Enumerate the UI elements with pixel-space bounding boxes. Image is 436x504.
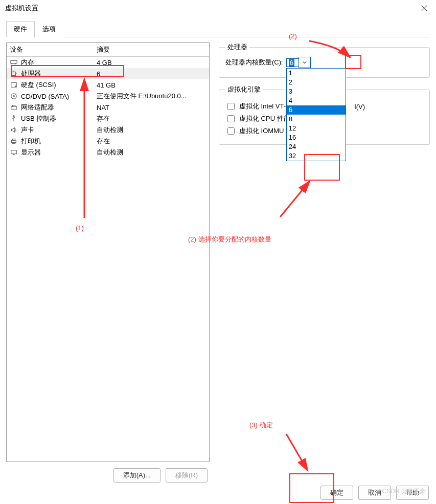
svg-rect-9 (12, 139, 15, 141)
add-button[interactable]: 添加(A)... (113, 468, 160, 483)
device-summary: 存在 (94, 114, 209, 123)
remove-button[interactable]: 移除(R) (166, 468, 208, 483)
cores-dropdown[interactable]: 12346812162432 (286, 68, 346, 161)
cores-label: 处理器内核数量(C): (225, 58, 283, 67)
virtualization-legend: 虚拟化引擎 (225, 85, 263, 94)
processor-legend: 处理器 (225, 42, 249, 52)
svg-rect-11 (11, 150, 17, 154)
tab-hardware[interactable]: 硬件 (6, 21, 35, 37)
cpu-perf-checkbox[interactable] (227, 115, 235, 122)
cores-value: 6 (289, 59, 294, 67)
cores-option-12[interactable]: 12 (287, 124, 346, 133)
device-name: 内存 (21, 58, 34, 67)
col-summary-header: 摘要 (94, 43, 209, 56)
device-name: 硬盘 (SCSI) (21, 80, 56, 90)
vtx-label-tail: I(V) (354, 103, 365, 111)
cores-option-4[interactable]: 4 (287, 96, 346, 105)
vtx-label: 虚拟化 Intel VT-x/ (239, 102, 291, 111)
device-row-7[interactable]: 打印机存在 (7, 136, 209, 147)
titlebar: 虚拟机设置 (0, 0, 436, 16)
device-row-1[interactable]: 处理器6 (7, 68, 209, 79)
svg-point-5 (13, 96, 15, 97)
device-list-header: 设备 摘要 (7, 43, 209, 57)
cores-option-3[interactable]: 3 (287, 87, 346, 96)
device-summary: 自动检测 (94, 148, 209, 157)
device-row-4[interactable]: 网络适配器NAT (7, 102, 209, 113)
cores-select[interactable]: 6 (286, 58, 299, 67)
cores-option-16[interactable]: 16 (287, 133, 346, 142)
device-summary: NAT (94, 104, 209, 112)
memory-icon (10, 58, 18, 67)
device-summary: 存在 (94, 137, 209, 146)
tab-options[interactable]: 选项 (35, 21, 63, 37)
vtx-checkbox[interactable] (227, 103, 235, 110)
close-button[interactable] (412, 0, 436, 16)
svg-point-3 (15, 86, 16, 86)
svg-rect-6 (11, 106, 17, 109)
network-icon (10, 103, 18, 112)
device-name: 处理器 (21, 69, 41, 78)
iommu-label: 虚拟化 IOMMU (I (239, 126, 290, 136)
device-summary: 自动检测 (94, 125, 209, 135)
svg-rect-1 (12, 72, 16, 76)
device-row-8[interactable]: 显示器自动检测 (7, 147, 209, 158)
cd-icon (10, 92, 18, 100)
sound-icon (10, 126, 18, 134)
device-name: 网络适配器 (21, 103, 54, 112)
cores-option-32[interactable]: 32 (287, 151, 346, 161)
display-icon (10, 148, 18, 157)
iommu-checkbox[interactable] (227, 127, 235, 135)
cores-option-1[interactable]: 1 (287, 69, 346, 78)
device-row-0[interactable]: 内存4 GB (7, 57, 209, 68)
device-summary: 41 GB (94, 81, 209, 89)
window-title: 虚拟机设置 (5, 4, 38, 13)
printer-icon (10, 137, 18, 145)
cores-dropdown-button[interactable] (299, 57, 311, 68)
processor-group: 处理器 处理器内核数量(C): 6 12346812162432 (219, 42, 430, 78)
device-list: 设备 摘要 内存4 GB处理器6硬盘 (SCSI)41 GBCD/DVD (SA… (6, 42, 210, 462)
device-row-2[interactable]: 硬盘 (SCSI)41 GB (7, 79, 209, 91)
col-device-header: 设备 (7, 43, 94, 56)
usb-icon (10, 115, 18, 123)
cores-option-2[interactable]: 2 (287, 78, 346, 87)
cores-option-8[interactable]: 8 (287, 115, 346, 124)
device-summary: 6 (94, 70, 209, 78)
disk-icon (10, 81, 18, 89)
device-name: USB 控制器 (21, 114, 56, 123)
device-row-3[interactable]: CD/DVD (SATA)正在使用文件 E:\Ubuntu20.0... (7, 91, 209, 102)
device-name: CD/DVD (SATA) (21, 93, 69, 100)
device-name: 声卡 (21, 125, 34, 135)
svg-rect-0 (11, 61, 17, 63)
svg-point-4 (11, 94, 17, 99)
device-row-6[interactable]: 声卡自动检测 (7, 124, 209, 136)
device-name: 显示器 (21, 148, 41, 157)
cores-option-24[interactable]: 24 (287, 142, 346, 151)
device-name: 打印机 (21, 137, 41, 146)
cancel-button[interactable]: 取消 (358, 486, 391, 500)
device-row-5[interactable]: USB 控制器存在 (7, 113, 209, 124)
device-summary: 正在使用文件 E:\Ubuntu20.0... (94, 92, 209, 101)
device-summary: 4 GB (94, 59, 209, 67)
cpu-icon (10, 70, 18, 78)
help-button[interactable]: 帮助 (396, 486, 429, 500)
cores-option-6[interactable]: 6 (287, 105, 346, 115)
tabs: 硬件 选项 (6, 20, 430, 37)
ok-button[interactable]: 确定 (320, 486, 353, 500)
